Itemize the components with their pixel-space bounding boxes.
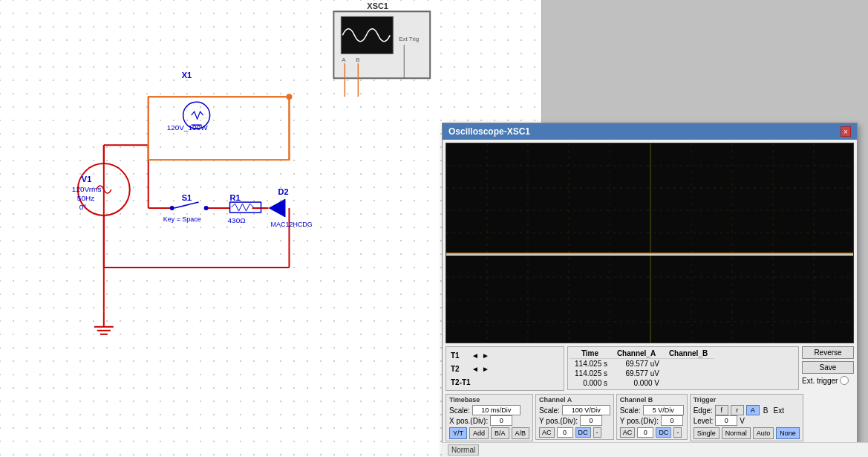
- timebase-scale-input[interactable]: [472, 405, 521, 415]
- timebase-add-btn[interactable]: Add: [469, 427, 489, 439]
- svg-text:R1: R1: [230, 193, 241, 202]
- oscilloscope-controls: T1 ◄ ► T2 ◄ ► T2-T1 Time Channel_A Chann…: [443, 343, 857, 444]
- svg-text:V1: V1: [82, 175, 91, 184]
- svg-text:0°: 0°: [79, 203, 87, 211]
- cha-ac-btn[interactable]: AC: [539, 427, 555, 438]
- trigger-auto-btn[interactable]: Auto: [753, 427, 774, 439]
- trigger-edge-f-btn[interactable]: f: [715, 405, 728, 415]
- svg-text:X1: X1: [182, 71, 192, 80]
- reverse-button[interactable]: Reverse: [802, 346, 854, 359]
- chb-coupling-row: AC DC -: [620, 427, 684, 438]
- cha-coupling-row: AC DC -: [539, 427, 610, 438]
- time-header: Time: [570, 349, 610, 359]
- t1-label: T1: [451, 351, 469, 360]
- cha-minus-btn[interactable]: -: [593, 427, 601, 438]
- t1-left-arrow[interactable]: ◄: [471, 351, 479, 360]
- cha-scale-label: Scale:: [539, 406, 560, 415]
- oscilloscope-titlebar: Oscilloscope-XSC1 ×: [443, 123, 857, 140]
- bottom-controls: Timebase Scale: X pos.(Div): Y/T Add B/A…: [446, 394, 854, 441]
- chb-minus-btn[interactable]: -: [673, 427, 682, 438]
- trigger-single-btn[interactable]: Single: [694, 427, 719, 439]
- cha-header: Channel_A: [610, 349, 662, 359]
- chb-header: Channel_B: [662, 349, 714, 359]
- save-button[interactable]: Save: [802, 361, 854, 374]
- svg-point-31: [170, 206, 174, 210]
- trigger-mode-row: Single Normal Auto None: [694, 427, 800, 439]
- trigger-edge-label: Edge:: [694, 406, 713, 415]
- cha-dc-btn[interactable]: DC: [575, 427, 591, 438]
- timebase-xpos-input[interactable]: [490, 415, 512, 426]
- t2-chb: [662, 369, 714, 378]
- chb-scale-label: Scale:: [620, 406, 641, 415]
- trigger-edge-row: Edge: f r A B Ext: [694, 405, 800, 415]
- chb-scale-row: Scale:: [620, 405, 684, 415]
- oscilloscope-display: [446, 143, 854, 343]
- chb-scale-input[interactable]: [643, 405, 684, 415]
- ext-trigger-radio[interactable]: [840, 376, 849, 385]
- t2-t1-label: T2-T1: [451, 378, 471, 386]
- timebase-xpos-row: X pos.(Div):: [449, 415, 529, 426]
- t2t1-chb: [662, 378, 714, 388]
- close-button[interactable]: ×: [841, 126, 851, 137]
- oscilloscope-screen: [446, 143, 853, 343]
- t2-cha: 69.577 uV: [610, 369, 662, 378]
- chb-ypos-input[interactable]: [661, 415, 683, 426]
- t1-right-arrow[interactable]: ►: [482, 351, 489, 360]
- trigger-edge-r-btn[interactable]: r: [731, 405, 744, 415]
- cha-ypos-input[interactable]: [580, 415, 602, 426]
- ext-trigger-label: Ext. trigger: [802, 377, 838, 385]
- timebase-scale-label: Scale:: [449, 406, 470, 415]
- chb-coupling-val[interactable]: [637, 427, 653, 438]
- chb-dc-btn[interactable]: DC: [656, 427, 671, 438]
- cha-ypos-label: Y pos.(Div):: [539, 417, 578, 425]
- t1-chb: [662, 359, 714, 369]
- chb-ac-btn[interactable]: AC: [620, 427, 636, 438]
- trigger-level-input[interactable]: [715, 415, 737, 426]
- chb-ypos-row: Y pos.(Div):: [620, 415, 684, 426]
- svg-text:MAC12HCDG: MAC12HCDG: [271, 221, 313, 228]
- t2-label: T2: [451, 365, 469, 373]
- trigger-none-btn[interactable]: None: [776, 427, 800, 439]
- cha-ypos-row: Y pos.(Div):: [539, 415, 610, 426]
- svg-text:430Ω: 430Ω: [228, 216, 247, 224]
- channel-a-title: Channel A: [539, 396, 610, 403]
- t-measurements: T1 ◄ ► T2 ◄ ► T2-T1: [446, 346, 564, 391]
- cha-scale-input[interactable]: [562, 405, 610, 415]
- trigger-edge-a-btn[interactable]: A: [746, 405, 760, 415]
- chb-ypos-label: Y pos.(Div):: [620, 417, 659, 425]
- timebase-ab-btn[interactable]: A/B: [512, 427, 530, 439]
- trigger-edge-ext-label: Ext: [771, 406, 785, 415]
- oscilloscope-window: Oscilloscope-XSC1 ×: [442, 123, 858, 457]
- channel-b-title: Channel B: [620, 396, 684, 403]
- svg-text:D2: D2: [278, 187, 288, 196]
- timebase-yt-btn[interactable]: Y/T: [449, 427, 467, 439]
- t2-right-arrow[interactable]: ►: [482, 365, 489, 373]
- t2-left-arrow[interactable]: ◄: [471, 365, 479, 373]
- timebase-scale-row: Scale:: [449, 405, 529, 415]
- svg-text:120V_100W: 120V_100W: [167, 123, 208, 132]
- timebase-ba-btn[interactable]: B/A: [491, 427, 509, 439]
- cha-coupling-val[interactable]: [557, 427, 573, 438]
- t1-time: 114.025 s: [570, 359, 610, 369]
- oscilloscope-title: Oscilloscope-XSC1: [448, 126, 530, 137]
- timebase-title: Timebase: [449, 396, 529, 403]
- trigger-level-row: Level: V: [694, 415, 800, 426]
- measurement-table: Time Channel_A Channel_B 114.025 s 69.57…: [567, 346, 799, 390]
- t1-row: T1 ◄ ►: [451, 349, 559, 362]
- svg-text:XSC1: XSC1: [367, 1, 388, 10]
- t2t1-cha: 0.000 V: [610, 378, 662, 388]
- svg-marker-39: [269, 199, 285, 217]
- trigger-level-unit: V: [740, 417, 745, 425]
- svg-text:Ext Trig: Ext Trig: [399, 36, 419, 42]
- t2-row: T2 ◄ ►: [451, 362, 559, 375]
- cha-scale-row: Scale:: [539, 405, 610, 415]
- svg-text:Key = Space: Key = Space: [163, 215, 201, 223]
- trigger-normal-btn[interactable]: Normal: [722, 427, 751, 439]
- channel-a-group: Channel A Scale: Y pos.(Div): AC DC -: [535, 394, 614, 440]
- timebase-group: Timebase Scale: X pos.(Div): Y/T Add B/A…: [446, 394, 533, 441]
- timebase-xpos-label: X pos.(Div):: [449, 417, 488, 425]
- t2-t1-row: T2-T1: [451, 375, 559, 389]
- channel-b-group: Channel B Scale: Y pos.(Div): AC DC -: [616, 394, 688, 440]
- svg-text:A: A: [342, 56, 346, 63]
- svg-rect-45: [341, 16, 393, 54]
